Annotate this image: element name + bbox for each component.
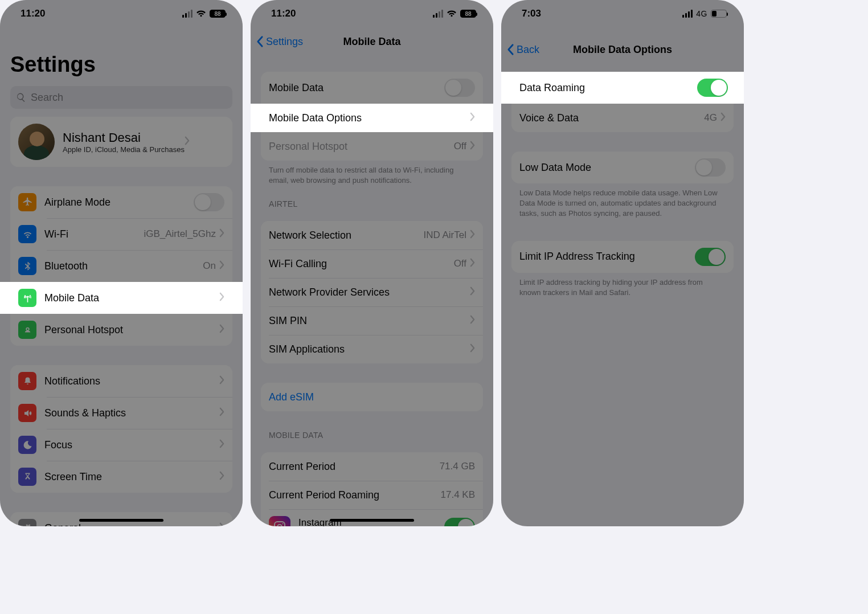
bluetooth-cell[interactable]: Bluetooth On — [10, 250, 232, 282]
chevron-right-icon — [219, 439, 224, 451]
cell-value: Off — [454, 258, 466, 269]
hourglass-icon — [18, 468, 36, 486]
hotspot-cell[interactable]: Personal Hotspot Off — [261, 132, 483, 161]
chevron-right-icon — [470, 258, 475, 269]
back-label: Settings — [266, 36, 303, 48]
limit-ip-toggle[interactable] — [695, 248, 726, 266]
cell-label: SIM PIN — [269, 315, 470, 327]
cell-label: Low Data Mode — [519, 162, 695, 174]
sounds-cell[interactable]: Sounds & Haptics — [10, 397, 232, 429]
status-bar: 7:03 4G — [501, 0, 744, 27]
profile-text: Nishant Desai Apple ID, iCloud, Media & … — [63, 130, 185, 154]
low-data-toggle[interactable] — [695, 158, 726, 177]
lowdata-note: Low Data Mode helps reduce mobile data u… — [501, 183, 744, 233]
limit-ip-cell[interactable]: Limit IP Address Tracking — [511, 241, 734, 273]
notifications-cell[interactable]: Notifications — [10, 365, 232, 397]
connectivity-group-bottom: Personal Hotspot — [10, 314, 232, 346]
data-roaming-toggle[interactable] — [697, 79, 728, 97]
add-esim-label: Add eSIM — [269, 391, 314, 403]
alerts-group: Notifications Sounds & Haptics Focus Scr… — [10, 365, 232, 493]
data-roaming-highlight: Data Roaming — [501, 72, 744, 104]
voice-data-cell[interactable]: Voice & Data 4G — [511, 104, 734, 132]
cell-label: Airplane Mode — [44, 197, 194, 208]
cell-value: iGB_Airtel_5Ghz — [144, 228, 216, 240]
airplane-icon — [18, 193, 36, 211]
usage-group: Current Period 71.4 GB Current Period Ro… — [261, 452, 483, 526]
wifi-cell[interactable]: Wi-Fi iGB_Airtel_5Ghz — [10, 218, 232, 250]
limit-group: Limit IP Address Tracking — [511, 241, 734, 273]
cell-value: IND AirTel — [423, 230, 466, 241]
home-indicator[interactable] — [79, 519, 163, 522]
voice-group: Voice & Data 4G — [511, 104, 734, 132]
search-placeholder: Search — [31, 92, 63, 104]
status-right: 88 — [182, 10, 226, 18]
status-right: 88 — [433, 10, 476, 18]
chevron-right-icon — [219, 407, 224, 419]
clock: 11:20 — [21, 8, 45, 19]
cell-label: Voice & Data — [519, 112, 704, 124]
instagram-toggle[interactable] — [444, 518, 475, 526]
chevron-right-icon — [470, 112, 475, 124]
screentime-cell[interactable]: Screen Time — [10, 461, 232, 493]
add-esim-cell[interactable]: Add eSIM — [261, 383, 483, 411]
cell-label: Mobile Data — [44, 292, 219, 304]
mobile-data-toggle[interactable] — [444, 79, 475, 97]
search-input[interactable]: Search — [10, 86, 232, 109]
mobile-data-options-cell[interactable]: Mobile Data Options — [251, 104, 493, 132]
status-bar: 11:20 88 — [0, 0, 243, 27]
network-selection-cell[interactable]: Network Selection IND AirTel — [261, 221, 483, 249]
wifi-icon — [447, 10, 457, 18]
airplane-toggle[interactable] — [194, 193, 224, 211]
back-button[interactable]: Back — [507, 43, 539, 56]
chevron-right-icon — [219, 292, 224, 304]
apple-id-cell[interactable]: Nishant Desai Apple ID, iCloud, Media & … — [10, 117, 232, 167]
avatar — [18, 124, 55, 160]
settings-scroll[interactable]: Settings Search Nishant Desai Apple ID, … — [0, 27, 243, 526]
instagram-cell[interactable]: Instagram 26.4 GB — [261, 509, 483, 526]
screen-settings: 11:20 88 Settings Search Nishant Desai A… — [0, 0, 243, 526]
mobile-data-cell[interactable]: Mobile Data — [0, 282, 243, 314]
focus-cell[interactable]: Focus — [10, 429, 232, 461]
sim-pin-cell[interactable]: SIM PIN — [261, 306, 483, 335]
antenna-icon — [18, 289, 36, 307]
moon-icon — [18, 436, 36, 454]
data-roaming-cell[interactable]: Data Roaming — [501, 72, 744, 104]
back-button[interactable]: Settings — [256, 35, 303, 48]
mobile-data-toggle-cell[interactable]: Mobile Data — [261, 72, 483, 104]
hotspot-cell[interactable]: Personal Hotspot — [10, 314, 232, 346]
mdo-scroll[interactable]: Data Roaming Voice & Data 4G Low Data Mo… — [501, 64, 744, 526]
carrier-header: AIRTEL — [251, 199, 493, 213]
gear-icon — [18, 519, 36, 526]
md-note: Turn off mobile data to restrict all dat… — [251, 161, 493, 199]
cell-label: Bluetooth — [44, 260, 203, 272]
current-period-cell[interactable]: Current Period 71.4 GB — [261, 452, 483, 481]
mobile-data-highlight: Mobile Data — [0, 282, 243, 314]
cell-label: Limit IP Address Tracking — [519, 251, 695, 263]
nav-bar: Back Mobile Data Options — [501, 35, 744, 64]
battery-icon: 88 — [210, 10, 226, 18]
cellular-icon — [182, 10, 193, 18]
cell-label: Wi-Fi Calling — [269, 258, 454, 270]
cell-label: Mobile Data — [269, 82, 444, 94]
airplane-cell[interactable]: Airplane Mode — [10, 186, 232, 218]
sim-apps-cell[interactable]: SIM Applications — [261, 335, 483, 363]
battery-icon: 88 — [460, 10, 476, 18]
cell-label: Personal Hotspot — [44, 324, 219, 336]
low-data-cell[interactable]: Low Data Mode — [511, 152, 734, 183]
cellular-icon — [433, 10, 443, 18]
current-roaming-cell[interactable]: Current Period Roaming 17.4 KB — [261, 481, 483, 509]
cell-label: Network Provider Services — [269, 286, 470, 298]
provider-services-cell[interactable]: Network Provider Services — [261, 278, 483, 306]
screen-mobile-data: 11:20 88 Settings Mobile Data Mobile Dat… — [251, 0, 493, 526]
chevron-right-icon — [219, 260, 224, 272]
screen-mobile-data-options: 7:03 4G Back Mobile Data Options Data Ro… — [501, 0, 744, 526]
mobile-data-scroll[interactable]: Mobile Data Mobile Data Options Personal… — [251, 56, 493, 526]
wifi-calling-cell[interactable]: Wi-Fi Calling Off — [261, 249, 483, 278]
home-indicator[interactable] — [330, 519, 414, 522]
md-section-header: MOBILE DATA — [251, 431, 493, 444]
chevron-left-icon — [256, 35, 264, 48]
nav-bar: Settings Mobile Data — [251, 27, 493, 56]
connectivity-group-top: Airplane Mode Wi-Fi iGB_Airtel_5Ghz Blue… — [10, 186, 232, 282]
svg-point-1 — [277, 525, 282, 526]
bell-icon — [18, 372, 36, 390]
